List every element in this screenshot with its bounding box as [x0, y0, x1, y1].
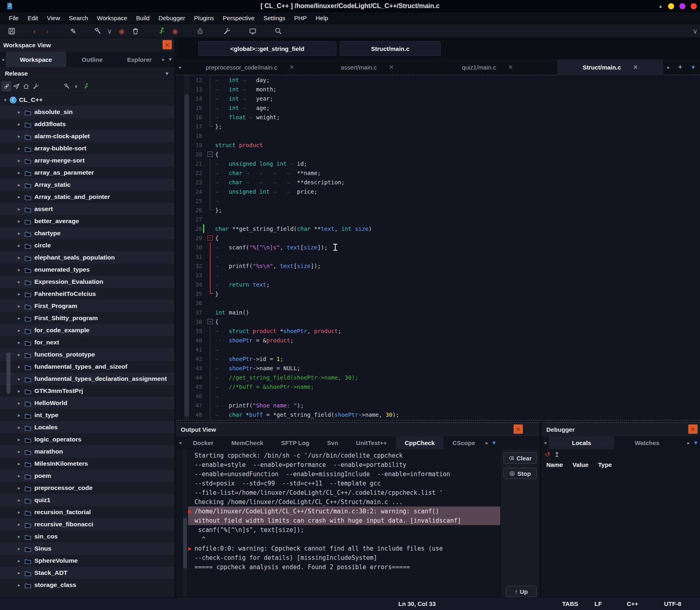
send-icon[interactable] — [11, 82, 21, 91]
menu-settings[interactable]: Settings — [259, 12, 290, 24]
menu-build[interactable]: Build — [132, 12, 154, 24]
output-tab-memcheck[interactable]: MemCheck — [222, 436, 272, 449]
debugger-tabs-scroll-right[interactable]: ▸ — [686, 440, 692, 446]
step-frame-icon[interactable]: ↥ — [554, 451, 559, 458]
edit-button[interactable]: ✎ — [68, 26, 78, 36]
sidebar-tabs-scroll-left[interactable]: ◂ — [0, 57, 6, 62]
tree-item-for_code_example[interactable]: ▸for_code_example — [0, 324, 174, 336]
tree-item-array-merge-sort[interactable]: ▸array-merge-sort — [0, 154, 174, 167]
fold-marker-icon[interactable]: − — [207, 235, 213, 241]
console-line[interactable]: --enable=unusedFunction --enable=missing… — [188, 469, 500, 479]
console-line[interactable]: ▶nofile:0:0: warning: Cppcheck cannot fi… — [188, 544, 500, 553]
tree-item-elephant_seals_population[interactable]: ▸elephant_seals_population — [0, 251, 174, 264]
toolbar-overflow-icon[interactable]: ∨ — [690, 26, 700, 36]
tree-item-fundamental_types_declaration_assignment[interactable]: ▸fundamental_types_declaration_assignmen… — [0, 373, 174, 385]
output-tab-unittest-[interactable]: UnitTest++ — [347, 436, 395, 449]
tree-root-project[interactable]: ▾CCL_C++ — [0, 94, 174, 106]
menu-perspective[interactable]: Perspective — [218, 12, 259, 24]
eol-mode[interactable]: LF — [594, 600, 602, 607]
tree-item-add3floats[interactable]: ▸add3floats — [0, 118, 174, 130]
tree-item-array_as_parameter[interactable]: ▸array_as_parameter — [0, 167, 174, 179]
tree-item-poem[interactable]: ▸poem — [0, 470, 174, 482]
find-button[interactable] — [273, 26, 283, 36]
tree-item-marathon[interactable]: ▸marathon — [0, 445, 174, 458]
output-tabs-list-icon[interactable]: ▼ — [490, 440, 498, 446]
tree-item-quiz1[interactable]: ▸quiz1 — [0, 494, 174, 506]
console-line[interactable]: --std=posix --std=c99 --std=c++11 --temp… — [188, 479, 500, 488]
clear-button[interactable]: Clear — [503, 452, 537, 464]
language-mode[interactable]: C++ — [627, 600, 638, 607]
tree-item-chartype[interactable]: ▸chartype — [0, 227, 174, 239]
tree-item-MilesInKilometers[interactable]: ▸MilesInKilometers — [0, 458, 174, 470]
tree-item-Locales[interactable]: ▸Locales — [0, 421, 174, 433]
close-tab-icon[interactable]: ✕ — [290, 64, 294, 70]
column-header-name[interactable]: Name — [546, 461, 563, 468]
forward-button[interactable]: › — [42, 26, 53, 36]
close-tab-icon[interactable]: ✕ — [633, 64, 638, 70]
output-tab-cscope[interactable]: CScope — [444, 436, 484, 449]
stop-run-button[interactable]: ◉ — [170, 26, 180, 36]
tree-item-First_Shitty_program[interactable]: ▸First_Shitty_program — [0, 312, 174, 324]
close-tab-icon[interactable]: ✕ — [389, 64, 394, 70]
debugger-tab-watches[interactable]: Watches — [614, 436, 680, 449]
build-icon[interactable] — [61, 82, 71, 91]
tree-item-SphereVolume[interactable]: ▸SphereVolume — [0, 555, 174, 567]
tree-item-HelloWorld[interactable]: ▸HelloWorld — [0, 397, 174, 409]
tree-item-Sinus[interactable]: ▸Sinus — [0, 542, 174, 555]
console-line[interactable]: scanf("%[^\n]s", text[size]); — [188, 525, 500, 534]
maximize-button[interactable] — [679, 3, 685, 9]
output-tabs-scroll-left[interactable]: ◂ — [176, 440, 184, 445]
build-config-dropdown[interactable]: Release ▼ — [0, 67, 174, 80]
fold-marker-icon[interactable]: − — [207, 152, 213, 157]
run-icon[interactable] — [81, 82, 91, 91]
console-line[interactable]: ^ — [188, 534, 500, 544]
debug-button[interactable] — [195, 26, 205, 36]
editor-tabs-scroll-right[interactable]: ▸ — [663, 64, 674, 70]
minimize-button[interactable] — [668, 3, 674, 9]
editor-tab-preprocessor-code-main-c[interactable]: preprocessor_code/main.c✕ — [183, 59, 317, 75]
tree-item-enumerated_types[interactable]: ▸enumerated_types — [0, 264, 174, 276]
stop-button[interactable]: Stop — [503, 468, 537, 479]
tree-item-absolute_sin[interactable]: ▸absolute_sin — [0, 106, 174, 118]
tree-item-circle[interactable]: ▸circle — [0, 239, 174, 251]
menu-edit[interactable]: Edit — [23, 12, 42, 24]
output-tab-svn[interactable]: Svn — [318, 436, 347, 449]
chevron-down-icon[interactable]: ∨ — [71, 82, 81, 91]
warning-line[interactable]: ▶/home/linuxer/CodeLight/CL_C++/Struct/m… — [188, 507, 500, 516]
build-dropdown-icon[interactable]: ∨ — [104, 26, 115, 36]
tree-item-Stack_ADT[interactable]: ▸Stack_ADT — [0, 567, 174, 579]
tree-item-logic_operators[interactable]: ▸logic_operators — [0, 433, 174, 445]
menu-search[interactable]: Search — [64, 12, 93, 24]
settings-wrench-icon[interactable] — [31, 82, 40, 91]
menu-php[interactable]: PHP — [290, 12, 311, 24]
console-line[interactable]: --enable=style --enable=performance --en… — [188, 460, 500, 469]
editor-tabs-list-icon[interactable]: ▼ — [687, 64, 700, 70]
tree-item-recursion_factorial[interactable]: ▸recursion_factorial — [0, 506, 174, 518]
debugger-tabs-list-icon[interactable]: ▼ — [692, 440, 700, 446]
close-tab-icon[interactable]: ✕ — [508, 64, 513, 70]
tree-item-for_next[interactable]: ▸for_next — [0, 336, 174, 348]
build-button[interactable] — [92, 26, 103, 36]
console-line[interactable]: --file-list=/home/linuxer/CodeLight/CL_C… — [188, 488, 500, 497]
menu-help[interactable]: Help — [311, 12, 332, 24]
editor-tab-quiz1-main-c[interactable]: quiz1/main.c✕ — [418, 59, 557, 75]
shade-icon[interactable]: ▲ — [658, 4, 663, 8]
editor-tab-struct-main-c[interactable]: Struct/main.c✕ — [557, 59, 663, 75]
tree-item-assert[interactable]: ▸assert — [0, 203, 174, 215]
tree-item-Array_static[interactable]: ▸Array_static — [0, 179, 174, 191]
tree-scrollbar[interactable] — [6, 38, 11, 597]
tree-item-functions_prototype[interactable]: ▸functions_prototype — [0, 348, 174, 361]
tree-item-preprocessor_code[interactable]: ▸preprocessor_code — [0, 482, 174, 494]
tree-item-alarm-clock-applet[interactable]: ▸alarm-clock-applet — [0, 130, 174, 142]
sidebar-tab-explorer[interactable]: Explorer — [118, 52, 161, 67]
console-line[interactable]: Starting cppcheck: /bin/sh -c '/usr/bin/… — [188, 451, 500, 460]
tree-item-GTK3mmTestPrj[interactable]: ▸GTK3mmTestPrj — [0, 385, 174, 397]
tree-item-Expression_Evaluation[interactable]: ▸Expression_Evaluation — [0, 276, 174, 288]
output-tab-cppcheck[interactable]: CppCheck — [396, 436, 444, 449]
tree-item-int_type[interactable]: ▸int_type — [0, 409, 174, 421]
output-tab-docker[interactable]: Docker — [184, 436, 222, 449]
menu-view[interactable]: View — [42, 12, 64, 24]
run-button[interactable] — [156, 26, 167, 36]
tree-item-better_average[interactable]: ▸better_average — [0, 215, 174, 227]
debugger-tab-locals[interactable]: Locals — [549, 436, 614, 449]
